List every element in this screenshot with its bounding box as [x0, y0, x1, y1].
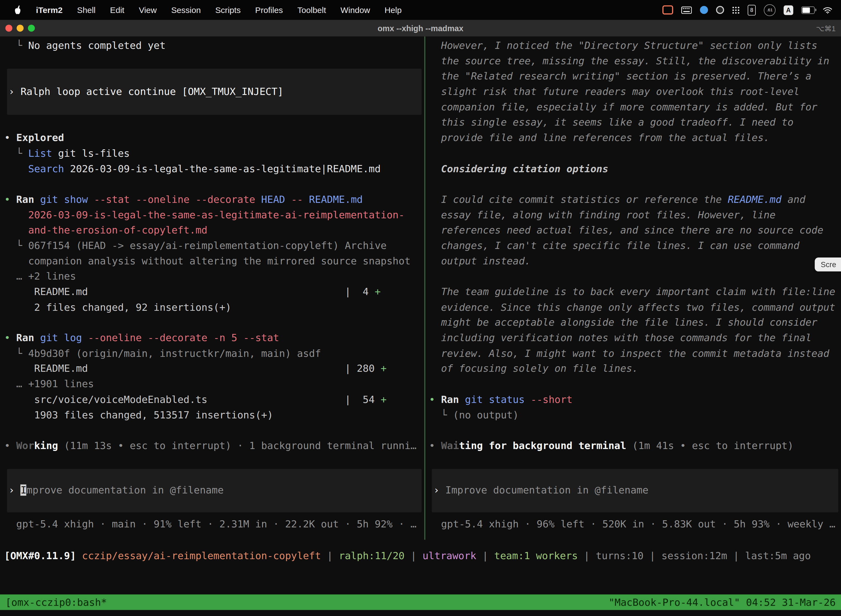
tmux-session-window-label: [omx-cczip0:bash*: [5, 597, 107, 608]
input-source-icon[interactable]: A: [784, 5, 793, 15]
screen-share-overlay-button[interactable]: Scre: [815, 258, 841, 271]
explored-list-line: └ List git ls-files: [4, 146, 424, 161]
thinking-line: this single essay, it seems like a good …: [429, 115, 841, 131]
menu-session[interactable]: Session: [171, 5, 201, 15]
model-status-line: gpt-5.4 xhigh · 96% left · 520K in · 5.8…: [429, 517, 841, 532]
menu-toolbelt[interactable]: Toolbelt: [297, 5, 326, 15]
thinking-line: However, I noticed the "Directory Struct…: [429, 38, 841, 54]
git-status-output-line: └ (no output): [429, 407, 841, 423]
menu-view[interactable]: View: [139, 5, 157, 15]
prompt-input-line[interactable]: › Improve documentation in @filename: [434, 483, 648, 499]
phone-icon[interactable]: 8: [748, 5, 756, 15]
wifi-icon[interactable]: [823, 6, 832, 13]
keyboard-icon[interactable]: [681, 6, 692, 13]
blue-app-icon[interactable]: [700, 6, 708, 14]
spacer-line: [4, 177, 424, 192]
screen: iTerm2 Shell Edit View Session Scripts P…: [0, 0, 841, 616]
thinking-line: I could cite commit statistics or refere…: [429, 192, 841, 208]
spacer-line: [4, 315, 424, 331]
spacer-line: [4, 423, 424, 438]
thinking-line: changes, I can't cite specific file line…: [429, 238, 841, 254]
thinking-line: might be acceptable alongside the file l…: [429, 315, 841, 331]
menu-profiles[interactable]: Profiles: [255, 5, 283, 15]
spacer-line: [429, 177, 841, 192]
agents-status-line: └ No agents completed yet: [4, 38, 424, 54]
thinking-line: the source tree, missing the essay. Stil…: [429, 54, 841, 69]
thinking-heading-line: Considering citation options: [429, 161, 841, 177]
spacer-line: [429, 146, 841, 161]
thinking-line: essay file, along with finding root file…: [429, 207, 841, 223]
left-agent-pane[interactable]: └ No agents completed yet › Ralph loop a…: [0, 37, 424, 541]
thinking-line: output instead.: [429, 254, 841, 269]
omx-session-status-line: [OMX#0.11.9] cczip/essay/ai-reimplementa…: [4, 549, 841, 564]
battery-fill: [802, 7, 810, 12]
right-agent-pane[interactable]: However, I noticed the "Directory Struct…: [425, 37, 841, 541]
ran-git-log-line: • Ran git log --oneline --decorate -n 5 …: [4, 331, 424, 346]
window-title: omx --xhigh --madmax: [0, 24, 841, 33]
thinking-line: evidence. Since this change only affects…: [429, 300, 841, 315]
thinking-line: provide file and line references from th…: [429, 131, 841, 146]
waiting-status-line: • Waiting for background terminal (1m 41…: [429, 438, 841, 454]
omx-session-status-bar: [OMX#0.11.9] cczip/essay/ai-reimplementa…: [0, 541, 841, 594]
working-status-line: • Working (11m 13s • esc to interrupt) ·…: [4, 438, 424, 454]
thinking-line: references need actual files, and since …: [429, 223, 841, 238]
menubar-app-name[interactable]: iTerm2: [36, 5, 63, 15]
thinking-line: the "Related research writing" section i…: [429, 69, 841, 84]
git-log-summary-line: 1903 files changed, 513517 insertions(+): [4, 407, 424, 423]
spacer-line: [4, 115, 424, 131]
ralph-inject-line: › Ralph loop active continue [OMX_TMUX_I…: [9, 84, 283, 100]
tmux-host-clock-label: "MacBook-Pro-44.local" 04:52 31-Mar-26: [609, 597, 836, 608]
tmux-status-bar: [omx-cczip0:bash* "MacBook-Pro-44.local"…: [0, 594, 841, 610]
git-show-summary-line: 2 files changed, 92 insertions(+): [4, 300, 424, 315]
spacer-line: [429, 454, 841, 469]
thinking-line: including verification notes with those …: [429, 331, 841, 346]
menu-help[interactable]: Help: [385, 5, 402, 15]
git-show-output-line: └ 067f154 (HEAD -> essay/ai-reimplementa…: [4, 238, 424, 254]
explored-search-line: Search 2026-03-09-is-legal-the-same-as-l…: [4, 161, 424, 177]
prompt-input-line[interactable]: › Improve documentation in @filename: [9, 483, 224, 499]
battery-percentage-icon[interactable]: .61: [764, 4, 776, 16]
menu-scripts[interactable]: Scripts: [215, 5, 240, 15]
menu-edit[interactable]: Edit: [110, 5, 125, 15]
screen-recording-icon[interactable]: [662, 5, 673, 14]
prompt-input-box[interactable]: › Improve documentation in @filename: [7, 469, 422, 512]
window-title-bar[interactable]: omx --xhigh --madmax ⌥⌘1: [0, 20, 841, 37]
terminal-window: └ No agents completed yet › Ralph loop a…: [0, 37, 841, 616]
explored-header-line: • Explored: [4, 131, 424, 146]
thinking-line: of focusing solely on file lines.: [429, 361, 841, 377]
model-status-line: gpt-5.4 xhigh · main · 91% left · 2.31M …: [4, 517, 424, 532]
spacer-line: [4, 54, 424, 69]
thinking-line: The team guideline is to back every impo…: [429, 284, 841, 300]
window-shortcut-badge: ⌥⌘1: [816, 24, 835, 32]
spacer-line: [4, 454, 424, 469]
git-show-stat-line: README.md | 4 +: [4, 284, 424, 300]
tmux-panes: └ No agents completed yet › Ralph loop a…: [0, 37, 841, 541]
battery-nub: [815, 8, 816, 11]
thinking-line: review. Also, I might want to inspect th…: [429, 346, 841, 361]
menu-window[interactable]: Window: [340, 5, 370, 15]
ran-git-show-line: • Ran git show --stat --oneline --decora…: [4, 192, 424, 208]
apple-logo-icon[interactable]: [14, 5, 22, 14]
ran-git-status-line: • Ran git status --short: [429, 392, 841, 408]
ralph-inject-banner: › Ralph loop active continue [OMX_TMUX_I…: [7, 69, 422, 115]
git-log-stat-line: src/voice/voiceModeEnabled.ts | 54 +: [4, 392, 424, 408]
git-show-output-line: companion analysis without altering the …: [4, 254, 424, 269]
battery-icon[interactable]: [801, 6, 815, 13]
menu-shell[interactable]: Shell: [77, 5, 95, 15]
git-show-arg-line: 2026-03-09-is-legal-the-same-as-legitima…: [4, 207, 424, 223]
thinking-line: companion file, especially if more comme…: [429, 100, 841, 115]
app-grid-icon[interactable]: [732, 6, 740, 13]
spacer-line: [429, 423, 841, 438]
git-log-stat-line: README.md | 280 +: [4, 361, 424, 377]
thinking-line: slight risk that future readers may over…: [429, 84, 841, 100]
git-show-arg-line: and-the-erosion-of-copyleft.md: [4, 223, 424, 238]
prompt-input-box[interactable]: › Improve documentation in @filename: [432, 469, 838, 512]
spacer-line: [429, 377, 841, 392]
macos-menu-bar: iTerm2 Shell Edit View Session Scripts P…: [0, 0, 841, 20]
camera-lens-icon[interactable]: [716, 6, 724, 14]
git-show-more-line: … +2 lines: [4, 269, 424, 285]
git-log-output-line: └ 4b9d30f (origin/main, instructkr/main,…: [4, 346, 424, 361]
git-log-more-line: … +1901 lines: [4, 377, 424, 392]
spacer-line: [429, 269, 841, 285]
